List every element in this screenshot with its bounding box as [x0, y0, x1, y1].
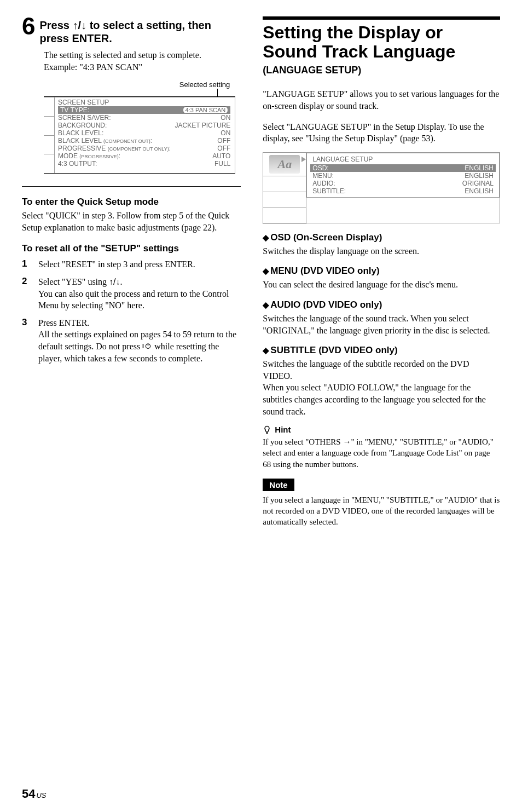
osd-section-heading: ◆OSD (On-Screen Display)	[263, 232, 500, 243]
intro-paragraph: "LANGUAGE SETUP" allows you to set vario…	[263, 88, 500, 112]
osd-heading-text: OSD (On-Screen Display)	[270, 232, 382, 243]
step-heading: Press ↑/↓ to select a setting, then pres…	[39, 19, 241, 45]
diamond-icon: ◆	[263, 233, 269, 242]
page-region: US	[36, 791, 46, 799]
osd-section-body: Switches the display language on the scr…	[263, 245, 500, 257]
step-body-1: The setting is selected and setup is com…	[44, 49, 241, 61]
osd-row: 4:3 OUTPUT:FULL	[58, 160, 230, 168]
step-number-small: 2	[22, 276, 32, 312]
osd-row: BLACK LEVEL:ON	[58, 129, 230, 137]
hint-heading: Hint	[263, 425, 500, 434]
audio-section-body: Switches the language of the sound track…	[263, 313, 500, 336]
list-item: 3Press ENTER. All the settings explained…	[22, 317, 241, 364]
screen-setup-osd: SCREEN SETUP TV TYPE: 4:3 PAN SCAN SCREE…	[44, 96, 235, 174]
step-text: Select "YES" using ↑/↓. You can also qui…	[38, 276, 241, 312]
main-subtitle: (LANGUAGE SETUP)	[263, 65, 500, 76]
subtitle-section-heading: ◆SUBTITLE (DVD VIDEO only)	[263, 345, 500, 356]
osd-hl-value: 4:3 PAN SCAN	[183, 106, 229, 114]
blank-tile	[263, 192, 306, 208]
menu-section-body: You can select the desired language for …	[263, 279, 500, 291]
audio-heading-text: AUDIO (DVD VIDEO only)	[270, 300, 382, 310]
step-number-small: 3	[22, 317, 32, 364]
step-number-small: 1	[22, 258, 32, 270]
blank-tile	[263, 176, 306, 192]
page-footer: 54US	[22, 787, 500, 801]
diamond-icon: ◆	[263, 266, 269, 275]
osd-highlight-row: TV TYPE: 4:3 PAN SCAN	[58, 106, 230, 114]
power-icon: I	[142, 343, 152, 350]
note-label: Note	[263, 479, 294, 491]
svg-text:I: I	[142, 343, 144, 349]
language-setup-osd: Aa LANGUAGE SETUP OSD:ENGLISHMENU:ENGLIS…	[263, 152, 500, 223]
osd-row: BLACK LEVEL (COMPONENT OUT):OFF	[58, 137, 230, 145]
diamond-icon: ◆	[263, 300, 269, 309]
language-icon-tile: Aa	[263, 152, 306, 176]
blank-tile	[263, 208, 306, 224]
section-divider	[22, 186, 241, 187]
arrow-icon: ↑/↓	[73, 19, 87, 31]
reset-steps-list: 1Select "RESET" in step 3 and press ENTE…	[22, 258, 241, 364]
subtitle-section-body: Switches the language of the subtitle re…	[263, 358, 500, 417]
hint-label: Hint	[275, 425, 291, 434]
main-title-line2: Sound Track Language	[263, 42, 500, 61]
step-number: 6	[22, 14, 35, 38]
osd-row: SCREEN SAVER:ON	[58, 114, 230, 122]
menu-heading-text: MENU (DVD VIDEO only)	[270, 266, 379, 276]
list-item: 1Select "RESET" in step 3 and press ENTE…	[22, 258, 241, 270]
lang-row: OSD:ENGLISH	[310, 164, 496, 172]
reset-heading: To reset all of the "SETUP" settings	[22, 243, 241, 254]
page-number: 54	[22, 787, 35, 801]
title-rule	[263, 16, 500, 20]
note-body: If you select a language in "MENU," "SUB…	[263, 494, 500, 528]
quick-setup-heading: To enter the Quick Setup mode	[22, 197, 241, 208]
main-title-line1: Setting the Display or	[263, 23, 500, 42]
lang-row: SUBTITLE:ENGLISH	[312, 187, 494, 195]
osd-hl-label: TV TYPE:	[60, 106, 89, 114]
subtitle-heading-text: SUBTITLE (DVD VIDEO only)	[270, 345, 397, 355]
menu-section-heading: ◆MENU (DVD VIDEO only)	[263, 266, 500, 277]
pointer-line	[22, 89, 218, 96]
osd-row: MODE (PROGRESSIVE):AUTO	[58, 152, 230, 160]
lang-row: MENU:ENGLISH	[312, 172, 494, 180]
diamond-icon: ◆	[263, 345, 269, 355]
aa-icon: Aa	[269, 155, 300, 174]
list-item: 2Select "YES" using ↑/↓. You can also qu…	[22, 276, 241, 312]
step-body-2: Example: "4:3 PAN SCAN"	[44, 61, 241, 73]
osd-row: BACKGROUND:JACKET PICTURE	[58, 122, 230, 129]
step-heading-a: Press	[39, 19, 72, 31]
osd-row: PROGRESSIVE (COMPONENT OUT ONLY):OFF	[58, 145, 230, 152]
hint-body: If you select "OTHERS →" in "MENU," "SUB…	[263, 436, 500, 470]
quick-setup-body: Select "QUICK" in step 3. Follow from st…	[22, 210, 241, 233]
selected-setting-label: Selected setting	[22, 80, 230, 89]
select-paragraph: Select "LANGUAGE SETUP" in the Setup Dis…	[263, 121, 500, 145]
audio-section-heading: ◆AUDIO (DVD VIDEO only)	[263, 300, 500, 310]
step-text: Select "RESET" in step 3 and press ENTER…	[38, 258, 241, 270]
lang-osd-title: LANGUAGE SETUP	[312, 156, 494, 163]
osd-title: SCREEN SETUP	[58, 99, 230, 106]
step-text: Press ENTER. All the settings explained …	[38, 317, 241, 364]
lang-row: AUDIO:ORIGINAL	[312, 180, 494, 187]
lightbulb-icon	[263, 425, 271, 434]
